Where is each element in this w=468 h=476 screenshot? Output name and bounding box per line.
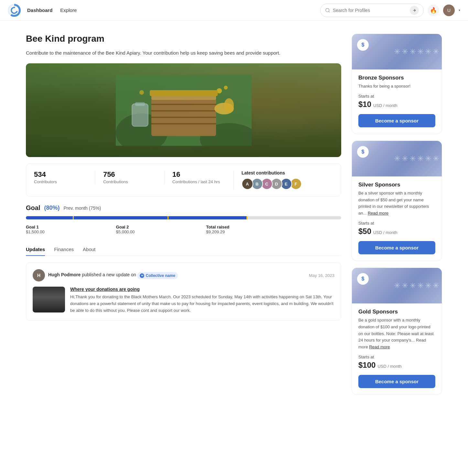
contributor-avatars: ABCDEF [242, 178, 333, 190]
sponsor-price-unit: USD / month [373, 103, 397, 108]
progress-segment-3 [169, 216, 248, 219]
last24-value: 16 [172, 170, 234, 179]
stats-card: 534 Contributors 756 Contributions 16 Co… [26, 164, 341, 196]
goal-labels: Goal 1 $1,500.00Goal 2 $5,000.00Total ra… [26, 225, 341, 234]
goal-amount-0: $1,500.00 [26, 229, 116, 234]
sponsor-price: $100 USD / month [358, 361, 435, 370]
snowflake-icon: ✳ [394, 47, 400, 56]
sponsor-desc: Thanks for being a sponsor! [358, 83, 435, 90]
navbar: Dashboard Explore 🔥 U ▾ [0, 0, 468, 21]
latest-label: Latest contributions [242, 170, 333, 175]
become-sponsor-button[interactable]: Become a sponsor [358, 241, 435, 254]
collective-name: Collective name [146, 273, 175, 279]
snowflake-icon: ✳ [417, 154, 424, 163]
nav-dashboard[interactable]: Dashboard [27, 6, 52, 14]
goal-label-2: Total raised $9,209.29 [206, 225, 341, 234]
goal-percentage: (80%) [44, 205, 60, 211]
svg-point-0 [326, 8, 329, 12]
sponsor-price-amount: $10 [358, 100, 371, 109]
sponsor-header-silver: $ ✳ ✳ ✳ ✳ ✳ ✳ [352, 141, 442, 176]
snowflake-icon: ✳ [425, 47, 431, 56]
progress-segment-empty [247, 216, 341, 219]
goal-amount-2: $9,209.29 [206, 229, 341, 234]
progress-segment-2 [74, 216, 169, 219]
update-author-name: Hugh Podmore [48, 272, 81, 277]
read-more-link[interactable]: Read more [368, 211, 388, 216]
become-sponsor-button[interactable]: Become a sponsor [358, 375, 435, 388]
prev-month: Prev. month (75%) [63, 206, 101, 211]
user-menu-chevron[interactable]: ▾ [459, 8, 460, 12]
tab-about[interactable]: About [83, 243, 95, 256]
latest-contributions: Latest contributions ABCDEF [234, 170, 333, 190]
contributions-value: 756 [103, 170, 164, 179]
update-image-inner [33, 287, 65, 312]
collective-badge[interactable]: M Collective name [137, 272, 178, 279]
update-post-title[interactable]: Where your donations are going [70, 287, 334, 292]
page-description: Contribute to the maintenance of the Bee… [26, 49, 341, 57]
update-author-avatar: H [33, 269, 45, 281]
svg-rect-6 [151, 104, 216, 105]
goal-title: Goal [26, 204, 40, 212]
contributors-value: 534 [34, 170, 95, 179]
svg-rect-9 [151, 123, 216, 124]
snowflakes: ✳ ✳ ✳ ✳ ✳ ✳ [379, 34, 442, 69]
dollar-icon: $ [357, 39, 369, 51]
sponsor-body-silver: Silver Sponsors Be a silver sponsor with… [352, 176, 442, 261]
search-bar[interactable] [320, 4, 424, 17]
update-meta: Hugh Podmore published a new update on M… [48, 271, 306, 279]
goal-name-0: Goal 1 [26, 225, 116, 229]
become-sponsor-button[interactable]: Become a sponsor [358, 114, 435, 127]
snowflake-icon: ✳ [417, 47, 424, 56]
goal-amount-1: $5,000.00 [116, 229, 206, 234]
svg-point-11 [224, 86, 228, 90]
sponsor-body-gold: Gold Sponsors Be a gold sponsor with a m… [352, 303, 442, 395]
snowflake-icon: ✳ [409, 281, 416, 290]
sponsor-card-silver: $ ✳ ✳ ✳ ✳ ✳ ✳ Silver Sponsors Be a silve… [352, 141, 442, 261]
avatar-initials: U [447, 8, 451, 13]
contributions-label: Contributions [103, 179, 164, 184]
snowflake-icon: ✳ [417, 281, 424, 290]
collective-icon: M [140, 273, 144, 278]
sponsor-title: Bronze Sponsors [358, 75, 435, 81]
progress-segment-1 [26, 216, 74, 219]
tab-updates[interactable]: Updates [26, 243, 45, 256]
sponsor-title: Silver Sponsors [358, 182, 435, 188]
flame-button[interactable]: 🔥 [428, 5, 439, 16]
svg-rect-14 [132, 104, 148, 126]
sponsor-price-unit: USD / month [373, 230, 397, 235]
goal-progress-bar [26, 216, 341, 219]
nav-links: Dashboard Explore [27, 6, 77, 14]
snowflake-icon: ✳ [433, 154, 439, 163]
sponsor-header-bronze: $ ✳ ✳ ✳ ✳ ✳ ✳ [352, 34, 442, 69]
svg-rect-8 [151, 117, 216, 118]
update-body: Where your donations are going Hi,Thank … [33, 287, 334, 314]
sponsor-header-gold: $ ✳ ✳ ✳ ✳ ✳ ✳ [352, 268, 442, 303]
svg-point-12 [139, 90, 144, 95]
snowflake-icon: ✳ [402, 154, 408, 163]
user-avatar[interactable]: U [443, 5, 455, 16]
stat-contributors: 534 Contributors [34, 170, 95, 184]
update-post-text: Hi,Thank you for donating to the Black M… [70, 294, 334, 314]
sponsor-starts: Starts at [358, 94, 435, 99]
snowflake-icon: ✳ [394, 281, 400, 290]
search-input[interactable] [333, 8, 407, 13]
nav-explore[interactable]: Explore [60, 6, 77, 14]
last24-label: Contributions / last 24 hrs [172, 179, 234, 184]
goal-name-1: Goal 2 [116, 225, 206, 229]
update-image [33, 287, 65, 312]
update-text-block: Where your donations are going Hi,Thank … [70, 287, 334, 314]
flame-icon: 🔥 [430, 7, 437, 14]
page-title: Bee Kind program [26, 34, 341, 44]
update-card: H Hugh Podmore published a new update on… [26, 262, 341, 321]
logo-icon[interactable] [8, 4, 21, 17]
snowflake-icon: ✳ [409, 154, 416, 163]
nav-right: 🔥 U ▾ [320, 4, 460, 17]
search-submit[interactable] [410, 6, 419, 15]
snowflakes: ✳ ✳ ✳ ✳ ✳ ✳ [379, 141, 442, 176]
read-more-link[interactable]: Read more [369, 344, 390, 349]
search-icon [325, 8, 330, 13]
tab-finances[interactable]: Finances [54, 243, 74, 256]
snowflake-icon: ✳ [394, 154, 400, 163]
snowflake-icon: ✳ [433, 281, 439, 290]
update-date: May 16, 2023 [309, 273, 334, 278]
